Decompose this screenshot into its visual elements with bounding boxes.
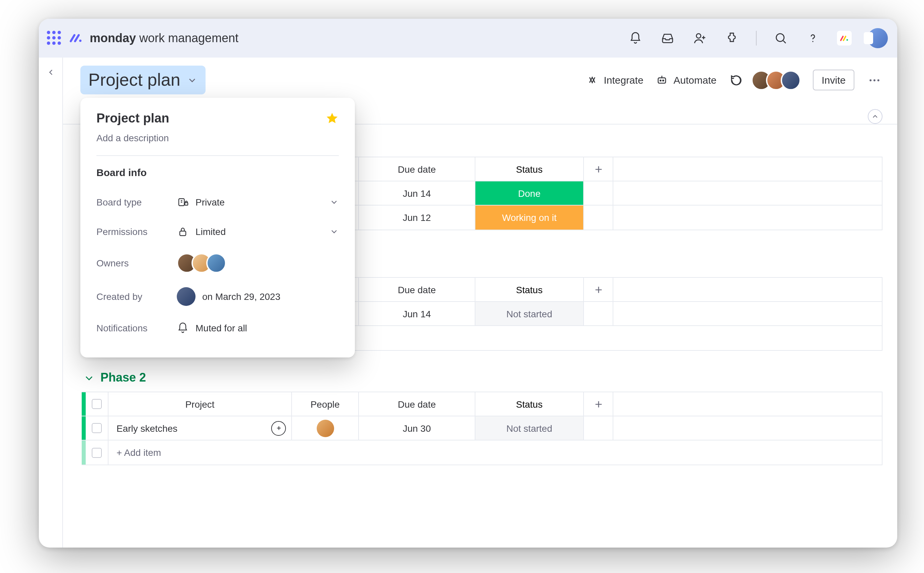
search-icon[interactable] <box>773 30 789 46</box>
item-name-cell[interactable]: Early sketches <box>108 416 292 440</box>
svg-point-4 <box>846 39 848 41</box>
bell-icon <box>177 322 189 334</box>
add-item-row[interactable]: + Add item <box>82 440 882 465</box>
chevron-down-icon <box>187 75 198 85</box>
column-header-people[interactable]: People <box>292 392 359 416</box>
top-bar: monday work management <box>39 19 897 58</box>
board-options-icon[interactable] <box>866 72 882 88</box>
status-cell[interactable]: Not started <box>475 416 584 440</box>
svg-rect-16 <box>185 203 188 205</box>
board-type-row[interactable]: Board type Private <box>96 188 339 217</box>
svg-point-10 <box>877 79 880 81</box>
private-board-icon <box>177 196 189 208</box>
svg-point-8 <box>869 79 871 81</box>
chevron-down-icon <box>329 197 339 207</box>
collapse-header-button[interactable] <box>868 109 882 124</box>
status-cell[interactable]: Done <box>475 182 584 205</box>
status-cell[interactable]: Working on it <box>475 205 584 230</box>
column-header-row: Project People Due date Status <box>82 392 882 416</box>
monday-logo-icon <box>68 31 83 45</box>
column-header-status[interactable]: Status <box>475 392 584 416</box>
board-discussion-icon[interactable] <box>728 72 745 88</box>
table-row[interactable]: Early sketches Jun 30 Not started <box>82 416 882 440</box>
due-date-cell[interactable]: Jun 14 <box>359 182 475 205</box>
left-rail <box>39 58 63 548</box>
group-title: Phase 2 <box>100 371 146 385</box>
svg-point-7 <box>662 80 664 81</box>
status-cell[interactable]: Not started <box>475 302 584 325</box>
svg-rect-5 <box>658 78 666 83</box>
divider <box>756 31 756 45</box>
open-item-conversation-icon[interactable] <box>271 421 286 435</box>
inbox-icon[interactable] <box>659 30 676 46</box>
due-date-cell[interactable]: Jun 14 <box>359 302 475 325</box>
automate-button[interactable]: Automate <box>656 74 716 86</box>
popover-title: Project plan <box>96 111 169 126</box>
notifications-row[interactable]: Notifications Muted for all <box>96 313 339 343</box>
board-info-heading: Board info <box>96 167 339 178</box>
app-switcher-icon[interactable] <box>47 31 62 45</box>
column-header-due-date[interactable]: Due date <box>359 157 475 181</box>
created-by-row: Created by on March 29, 2023 <box>96 280 339 313</box>
column-header-status[interactable]: Status <box>475 157 584 181</box>
integrate-icon <box>586 74 598 86</box>
integrate-button[interactable]: Integrate <box>586 74 643 86</box>
board-members[interactable] <box>756 70 801 90</box>
product-badge-icon[interactable] <box>837 31 852 45</box>
invite-members-icon[interactable] <box>692 30 708 46</box>
add-column-button[interactable] <box>584 392 613 416</box>
expand-sidebar-button[interactable] <box>42 64 59 80</box>
select-all-checkbox[interactable] <box>86 392 108 416</box>
svg-rect-17 <box>180 231 186 236</box>
column-header-status[interactable]: Status <box>475 278 584 301</box>
invite-button[interactable]: Invite <box>813 70 854 90</box>
add-column-button[interactable] <box>584 278 613 301</box>
lock-icon <box>177 225 189 238</box>
svg-point-1 <box>696 34 701 38</box>
column-header-due-date[interactable]: Due date <box>359 278 475 301</box>
chevron-down-icon <box>329 227 339 236</box>
people-cell[interactable] <box>292 416 359 440</box>
board-title: Project plan <box>88 70 180 90</box>
robot-icon <box>656 74 668 86</box>
chevron-down-icon <box>83 372 95 384</box>
group-header[interactable]: Phase 2 <box>80 368 882 391</box>
owners-row[interactable]: Owners <box>96 246 339 280</box>
column-header-due-date[interactable]: Due date <box>359 392 475 416</box>
svg-point-2 <box>776 34 784 42</box>
due-date-cell[interactable]: Jun 30 <box>359 416 475 440</box>
creator-avatar <box>177 287 196 306</box>
svg-point-6 <box>660 80 661 81</box>
svg-point-9 <box>874 79 875 81</box>
board-info-popover: Project plan Add a description Board inf… <box>80 98 355 357</box>
row-checkbox[interactable] <box>86 416 108 440</box>
brand-text: monday work management <box>90 31 238 45</box>
add-description-button[interactable]: Add a description <box>96 133 339 143</box>
svg-point-0 <box>79 39 81 42</box>
svg-point-3 <box>812 41 813 42</box>
board-title-button[interactable]: Project plan <box>80 66 206 94</box>
user-avatar[interactable] <box>868 28 888 48</box>
notifications-icon[interactable] <box>627 30 644 46</box>
due-date-cell[interactable]: Jun 12 <box>359 205 475 230</box>
permissions-row[interactable]: Permissions Limited <box>96 217 339 246</box>
help-icon[interactable] <box>805 30 821 46</box>
favorite-star-icon[interactable] <box>326 112 339 125</box>
apps-icon[interactable] <box>724 30 740 46</box>
column-header-project[interactable]: Project <box>108 392 292 416</box>
add-column-button[interactable] <box>584 157 613 181</box>
